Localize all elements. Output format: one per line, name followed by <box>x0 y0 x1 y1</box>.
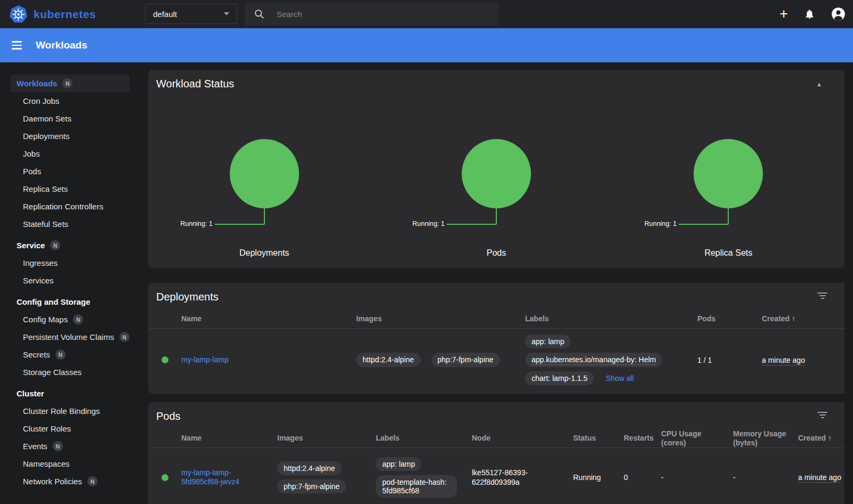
pod-cpu-usage: - <box>661 473 733 482</box>
namespaced-badge: N <box>50 240 60 250</box>
pod-memory-usage: - <box>733 473 798 482</box>
sidebar-item-replica-sets[interactable]: Replica Sets <box>0 180 140 198</box>
sidebar-item-replication-controllers[interactable]: Replication Controllers <box>0 198 140 215</box>
filter-icon[interactable] <box>817 292 827 300</box>
brand-wordmark: kubernetes <box>34 8 96 21</box>
deployment-name-link[interactable]: my-lamp-lamp <box>181 355 229 364</box>
column-header-images[interactable]: Images <box>277 434 376 443</box>
filter-icon[interactable] <box>817 412 827 419</box>
column-header-node[interactable]: Node <box>472 434 573 443</box>
sidebar-item-deployments[interactable]: Deployments <box>0 127 140 145</box>
callout-line <box>447 224 496 225</box>
deployments-pie-chart: Running: 1 Deployments <box>148 139 380 258</box>
callout-line <box>496 208 497 224</box>
pod-name-link[interactable]: my-lamp-lamp-5fd985cf68-jwvz4 <box>181 468 239 486</box>
header-actions: + <box>779 0 846 28</box>
workload-status-charts: Running: 1 Deployments Running: 1 Pods <box>148 139 844 258</box>
image-chip: php:7-fpm-alpine <box>431 353 500 367</box>
column-header-memory[interactable]: Memory Usage (bytes) <box>733 429 798 448</box>
deployments-card-title: Deployments <box>148 283 844 303</box>
kubernetes-logo[interactable]: kubernetes <box>0 5 136 24</box>
top-header: kubernetes default + <box>0 0 853 28</box>
sidebar-item-pods[interactable]: Pods <box>0 162 140 180</box>
pods-ready-count: 1 / 1 <box>697 356 762 364</box>
create-resource-button[interactable]: + <box>779 7 788 21</box>
search-input[interactable] <box>277 10 458 19</box>
deployment-table-row: my-lamp-lamp httpd:2.4-alpine php:7-fpm-… <box>148 329 844 391</box>
search-icon <box>254 9 265 20</box>
label-chip: app: lamp <box>376 457 421 471</box>
created-timestamp[interactable]: a minute ago <box>762 356 805 365</box>
sort-ascending-icon: ↑ <box>828 434 832 442</box>
namespaced-badge: N <box>55 349 66 360</box>
sidebar-section-service[interactable]: Service N <box>0 237 140 254</box>
namespaced-badge: N <box>53 441 63 451</box>
sidebar-item-cron-jobs[interactable]: Cron Jobs <box>0 92 140 110</box>
column-header-labels[interactable]: Labels <box>376 434 472 443</box>
namespaced-badge: N <box>119 332 130 342</box>
collapse-card-icon[interactable]: ▲ <box>816 81 822 87</box>
sidebar-item-daemon-sets[interactable]: Daemon Sets <box>0 110 140 127</box>
sidebar-item-storage-classes[interactable]: Storage Classes <box>0 363 140 381</box>
sidebar-item-cluster-role-bindings[interactable]: Cluster Role Bindings <box>0 402 140 420</box>
pie-slice-running[interactable] <box>694 139 763 208</box>
column-header-images[interactable]: Images <box>356 314 525 323</box>
column-header-name[interactable]: Name <box>181 314 356 323</box>
sidebar-item-stateful-sets[interactable]: Stateful Sets <box>0 215 140 233</box>
sidebar-item-config-maps[interactable]: Config Maps N <box>0 311 140 328</box>
user-avatar[interactable] <box>831 7 846 21</box>
sidebar-item-persistent-volume-claims[interactable]: Persistent Volume Claims N <box>0 328 140 346</box>
search-bar[interactable] <box>245 3 498 26</box>
show-all-labels-link[interactable]: Show all <box>606 374 634 383</box>
callout-line <box>215 224 264 225</box>
sidebar-item-services[interactable]: Services <box>0 272 140 289</box>
column-header-created[interactable]: Created ↑ <box>798 434 844 443</box>
label-chip: pod-template-hash: 5fd985cf68 <box>376 475 457 498</box>
pod-node: lke55127-86393-622f8d09399a <box>472 468 538 487</box>
column-header-restarts[interactable]: Restarts <box>624 434 661 443</box>
chevron-down-icon <box>224 12 229 15</box>
callout-line <box>728 208 729 224</box>
sidebar-item-secrets[interactable]: Secrets N <box>0 346 140 363</box>
pie-slice-running[interactable] <box>230 139 299 208</box>
label-chip: app: lamp <box>525 335 570 348</box>
callout-line <box>264 208 265 224</box>
pods-card-title: Pods <box>148 402 844 422</box>
pie-chart-title: Pods <box>487 248 506 258</box>
sidebar-item-cluster-roles[interactable]: Cluster Roles <box>0 420 140 437</box>
sidebar-item-network-policies[interactable]: Network Policies N <box>0 473 140 490</box>
namespace-selector[interactable]: default <box>145 4 237 24</box>
sidebar-item-events[interactable]: Events N <box>0 437 140 455</box>
sidebar-item-namespaces[interactable]: Namespaces <box>0 455 140 473</box>
deployments-card: Deployments Name Images Labels Pods Crea… <box>148 283 844 394</box>
column-header-labels[interactable]: Labels <box>525 314 697 323</box>
sidebar-nav: Workloads N Cron Jobs Daemon Sets Deploy… <box>0 62 140 504</box>
pods-card: Pods Name Images Labels Node Status Rest… <box>148 402 844 504</box>
pod-table-row: my-lamp-lamp-5fd985cf68-jwvz4 httpd:2.4-… <box>148 448 844 504</box>
column-header-cpu[interactable]: CPU Usage (cores) <box>661 429 733 448</box>
column-header-name[interactable]: Name <box>181 434 277 443</box>
main-content: Workload Status ▲ Running: 1 Deployments <box>140 62 844 504</box>
column-header-created[interactable]: Created ↑ <box>762 314 844 323</box>
sidebar-section-config-and-storage: Config and Storage <box>0 293 140 311</box>
callout-line <box>679 224 728 225</box>
deployments-table-header: Name Images Labels Pods Created ↑ <box>148 310 844 329</box>
namespaced-badge: N <box>73 314 83 324</box>
pods-pie-chart: Running: 1 Pods <box>380 139 612 258</box>
sidebar-item-ingresses[interactable]: Ingresses <box>0 254 140 272</box>
pie-chart-title: Replica Sets <box>704 248 752 258</box>
pie-slice-running[interactable] <box>462 139 531 208</box>
created-timestamp[interactable]: a minute ago <box>798 473 841 483</box>
column-header-status[interactable]: Status <box>573 434 624 443</box>
menu-hamburger-icon[interactable] <box>12 41 22 50</box>
replica-sets-pie-chart: Running: 1 Replica Sets <box>613 139 844 258</box>
status-ok-icon <box>162 474 168 481</box>
column-header-pods[interactable]: Pods <box>697 314 762 323</box>
pod-status: Running <box>573 473 624 482</box>
notifications-bell-icon[interactable] <box>804 9 815 20</box>
sidebar-item-workloads[interactable]: Workloads N <box>11 75 130 92</box>
sort-ascending-icon: ↑ <box>792 314 795 323</box>
sidebar-section-cluster: Cluster <box>0 385 140 402</box>
sidebar-item-jobs[interactable]: Jobs <box>0 145 140 162</box>
pie-callout-label: Running: 1 <box>180 220 212 227</box>
